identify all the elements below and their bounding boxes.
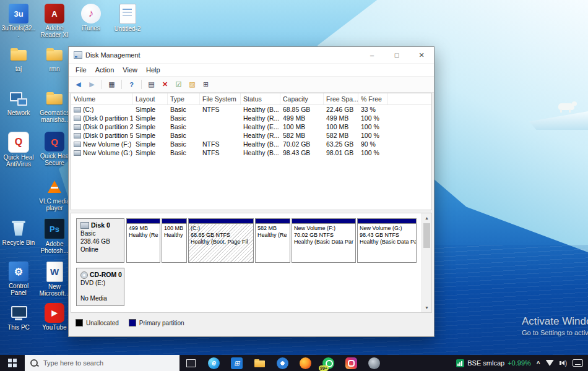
partition-582mb[interactable]: 582 MB Healthy (Re (255, 218, 290, 263)
partition-c[interactable]: (C:) 68.85 GB NTFS Healthy (Boot, Page F… (188, 218, 254, 263)
icon-glyph: W (50, 267, 59, 277)
forward-icon[interactable]: ▶ (86, 79, 98, 90)
cell-type: Basic (168, 132, 200, 139)
desktop-icon-label: Adobe Photosh... (37, 241, 72, 254)
edge-icon: e (208, 357, 220, 369)
desktop-icon-untitled-2[interactable]: Untitled-2 (110, 4, 145, 32)
taskbar: e ⊞ 99+ BSE smlcap +0.99% ^ (0, 355, 588, 371)
volume-row-partition-1[interactable]: (Disk 0 partition 1) Simple Basic Health… (71, 114, 431, 122)
hidden-icons-chevron[interactable]: ^ (537, 360, 540, 367)
maximize-button[interactable]: □ (384, 47, 409, 63)
taskbar-search[interactable] (25, 355, 179, 371)
properties-icon[interactable]: ⊞ (200, 79, 212, 90)
scroll-down-icon[interactable]: ▼ (422, 303, 431, 312)
desktop-icon-rmn[interactable]: rmn (37, 45, 72, 72)
desktop-icon-3utools[interactable]: 3u 3uTools(32... (1, 4, 36, 38)
desktop-icon-quick-heal[interactable]: Q Quick Heal AntiVirus Pro (1, 132, 36, 168)
partition-100mb[interactable]: 100 MB Healthy (162, 218, 187, 263)
volume-icon (74, 150, 81, 156)
desktop-icon-taj[interactable]: taj (1, 45, 36, 72)
desktop-icon-vlc[interactable]: VLC media player (37, 177, 72, 211)
quick-heal-browser-icon: Q (45, 132, 64, 151)
taskbar-app-explorer[interactable] (248, 355, 271, 371)
delete-volume-icon[interactable]: ✕ (159, 79, 171, 90)
taskbar-app-edge[interactable]: e (202, 355, 225, 371)
volume-icon[interactable] (560, 360, 567, 367)
taskbar-app-browser[interactable] (271, 355, 294, 371)
column-header-pct-free[interactable]: % Free (358, 93, 388, 104)
desktop-icon-geomatics[interactable]: Geomatics manisha.. (37, 88, 72, 123)
icon-glyph: 3u (14, 9, 23, 19)
volume-row-g[interactable]: New Volume (G:) Simple Basic NTFS Health… (71, 148, 431, 157)
desktop-icon-label: Quick Heal AntiVirus Pro (1, 154, 36, 168)
taskbar-app-instagram[interactable] (340, 355, 363, 371)
menu-view[interactable]: View (118, 66, 142, 74)
partition-g[interactable]: New Volume (G:) 98.43 GB NTFS Healthy (B… (357, 218, 417, 263)
task-view-button[interactable] (179, 355, 202, 371)
show-console-tree-icon[interactable]: ▦ (106, 79, 118, 90)
notification-badge: 99+ (319, 365, 329, 371)
scroll-thumb[interactable] (423, 223, 430, 248)
column-header-layout[interactable]: Layout (133, 93, 168, 104)
partition-size: 98.43 GB NTFS (360, 232, 414, 239)
cell-pct-free: 100 % (358, 132, 388, 139)
volume-row-partition-5[interactable]: (Disk 0 partition 5) Simple Basic Health… (71, 131, 431, 140)
column-header-file-system[interactable]: File System (200, 93, 241, 104)
back-icon[interactable]: ◀ (72, 79, 84, 90)
disk-graphic-view: Disk 0 Basic 238.46 GB Online 499 MB Hea… (71, 213, 432, 313)
desktop-icon-this-pc[interactable]: This PC (1, 303, 36, 331)
toolbar-separator (102, 80, 102, 89)
network-icon[interactable] (546, 360, 554, 366)
screen: 3u 3uTools(32... A Adobe Reader XI ♪ iTu… (0, 0, 588, 371)
volume-row-partition-2[interactable]: (Disk 0 partition 2) Simple Basic Health… (71, 122, 431, 131)
desktop-icon-photoshop[interactable]: Ps Adobe Photosh... (37, 218, 72, 254)
desktop-icon-quick-heal-browser[interactable]: Q Quick Hea Secure Bro... (37, 132, 72, 167)
cdrom-label[interactable]: CD-ROM 0 DVD (E:) No Media (76, 268, 124, 306)
taskbar-app-camera[interactable] (363, 355, 386, 371)
search-input[interactable] (42, 359, 174, 367)
menu-file[interactable]: File (71, 66, 91, 74)
column-header-volume[interactable]: Volume (71, 93, 133, 104)
volume-row-c[interactable]: (C:) Simple Basic NTFS Healthy (B... 68.… (71, 105, 431, 114)
chart-icon (456, 359, 464, 367)
column-header-type[interactable]: Type (168, 93, 200, 104)
stock-ticker[interactable]: BSE smlcap +0.99% (456, 359, 531, 367)
vertical-scrollbar[interactable]: ▲ ▼ (422, 213, 431, 312)
touch-keyboard-icon[interactable] (573, 359, 583, 367)
desktop-icon-control-panel[interactable]: ⚙ Control Panel (1, 262, 36, 296)
youtube-icon: ▶ (45, 303, 64, 323)
menu-help[interactable]: Help (142, 66, 165, 74)
mark-active-icon[interactable]: ☑ (173, 79, 184, 90)
scroll-up-icon[interactable]: ▲ (422, 213, 431, 223)
partition-499mb[interactable]: 499 MB Healthy (Re (126, 218, 160, 263)
desktop-icon-itunes[interactable]: ♪ iTunes (74, 4, 108, 32)
disk-0-label[interactable]: Disk 0 Basic 238.46 GB Online (76, 218, 124, 263)
help-icon[interactable]: ? (126, 79, 137, 90)
explore-icon[interactable]: ▨ (186, 79, 198, 90)
desktop-icon-new-microsoft[interactable]: W New Microsoft... (37, 262, 72, 297)
task-view-icon (186, 359, 196, 367)
column-header-capacity[interactable]: Capacity (280, 93, 324, 104)
partition-status: Healthy (Re (257, 232, 288, 239)
desktop-icon-adobe-reader[interactable]: A Adobe Reader XI (37, 4, 72, 38)
desktop-icon-recycle-bin[interactable]: Recycle Bin (1, 218, 36, 246)
close-button[interactable]: ✕ (409, 47, 434, 63)
desktop-icon-youtube[interactable]: ▶ YouTube (37, 303, 72, 331)
taskbar-app-whatsapp[interactable]: 99+ (317, 355, 340, 371)
desktop-icon-label: Network (1, 109, 36, 116)
unallocated-swatch (76, 319, 83, 326)
volume-icon (74, 133, 81, 139)
column-header-status[interactable]: Status (241, 93, 280, 104)
start-button[interactable] (0, 355, 25, 371)
minimize-button[interactable]: – (360, 47, 384, 63)
partition-f[interactable]: New Volume (F:) 70.02 GB NTFS Healthy (B… (292, 218, 356, 263)
taskbar-app-firefox[interactable] (294, 355, 317, 371)
taskbar-app-store[interactable]: ⊞ (225, 355, 248, 371)
volume-icon (74, 142, 81, 147)
desktop-icon-network[interactable]: Network (1, 88, 36, 116)
menu-action[interactable]: Action (91, 66, 119, 74)
column-header-free-space[interactable]: Free Spa... (324, 93, 358, 104)
disk-list-icon[interactable]: ▤ (145, 79, 157, 90)
recycle-bin-icon (9, 218, 28, 238)
volume-row-f[interactable]: New Volume (F:) Simple Basic NTFS Health… (71, 140, 431, 148)
